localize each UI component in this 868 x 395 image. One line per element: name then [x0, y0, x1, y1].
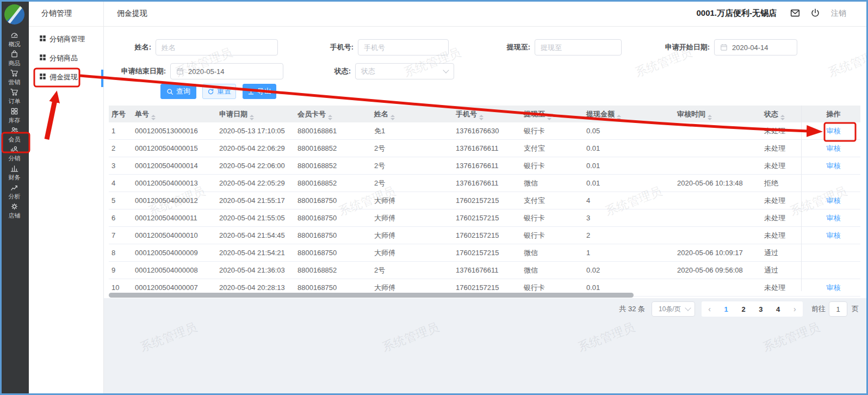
status-label: 状态:: [313, 66, 351, 76]
audit-link[interactable]: 审核: [827, 283, 841, 292]
cell-amount: 3: [586, 209, 590, 226]
cell-action: 审核: [807, 227, 860, 244]
sort-caret-icon[interactable]: [479, 115, 483, 120]
cell-date: 2020-05-04 22:06:29: [219, 140, 285, 157]
column-header-3[interactable]: 申请日期: [219, 106, 254, 122]
sort-caret-icon[interactable]: [780, 115, 785, 120]
page-size-select[interactable]: 10条/页: [652, 301, 695, 317]
cell-no: 2: [111, 140, 115, 157]
sidebar-item-overview[interactable]: 概况: [0, 30, 29, 49]
audit-link[interactable]: 审核: [827, 127, 841, 135]
reset-button[interactable]: 重置: [202, 84, 236, 99]
audit-link[interactable]: 审核: [827, 162, 841, 170]
logout-button[interactable]: 注销: [831, 0, 846, 26]
sidebar-item-distribution[interactable]: 分销: [0, 145, 29, 163]
audit-link[interactable]: 审核: [827, 231, 841, 239]
submenu-item-3[interactable]: 佣金提现: [39, 70, 78, 85]
goto-page-input[interactable]: 1: [829, 301, 847, 317]
finance-icon: [10, 164, 18, 172]
sort-caret-icon[interactable]: [328, 115, 332, 120]
page-number-2[interactable]: 2: [739, 305, 747, 313]
sort-caret-icon[interactable]: [250, 115, 254, 120]
cell-no: 8: [111, 244, 115, 261]
cell-no: 6: [111, 209, 115, 226]
cell-card: 8800168852: [297, 157, 337, 174]
cell-audit_time: 2020-05-06 10:09:17: [677, 244, 743, 261]
next-page-button[interactable]: ›: [791, 305, 798, 313]
submenu-item-2[interactable]: 分销商品: [39, 51, 78, 66]
cell-date: 2020-05-04 22:06:00: [219, 157, 285, 174]
sidebar-item-orders[interactable]: 订单: [0, 88, 29, 106]
page-number-4[interactable]: 4: [774, 305, 782, 313]
sort-caret-icon[interactable]: [151, 115, 156, 120]
end-date-input[interactable]: 2020-05-14: [170, 63, 283, 79]
cell-no: 9: [111, 262, 115, 279]
withdrawals-table: 序号单号申请日期会员卡号姓名手机号提现至提现金额审核时间状态操作10001200…: [109, 106, 860, 297]
sort-caret-icon[interactable]: [708, 115, 712, 120]
cell-card: 8800168852: [297, 262, 337, 279]
table-row: 400012005040000132020-05-04 22:05:298800…: [109, 175, 860, 192]
column-header-7[interactable]: 提现至: [524, 106, 551, 122]
cell-to: 微信: [524, 244, 538, 261]
submenu-item-1[interactable]: 分销商管理: [39, 32, 85, 47]
cell-status: 未处理: [764, 157, 785, 174]
power-icon[interactable]: [810, 8, 820, 18]
sidebar-item-label: 会员: [9, 135, 21, 144]
cell-status: 未处理: [764, 122, 785, 139]
export-button[interactable]: 导出: [243, 84, 276, 99]
column-header-6[interactable]: 手机号: [456, 106, 483, 122]
start-date-value: 2020-04-14: [732, 44, 768, 52]
phone-input[interactable]: [358, 39, 449, 55]
page-number-1[interactable]: 1: [722, 305, 730, 313]
mail-icon[interactable]: [790, 8, 800, 18]
column-header-9[interactable]: 审核时间: [677, 106, 712, 122]
withdraw-to-input[interactable]: [535, 39, 622, 55]
column-header-10[interactable]: 状态: [764, 106, 785, 122]
cell-action: 审核: [807, 279, 860, 296]
sort-caret-icon[interactable]: [547, 115, 551, 120]
sidebar-item-label: 分销: [9, 155, 21, 163]
cell-card: 8800168861: [297, 122, 337, 139]
start-date-input[interactable]: 2020-04-14: [714, 39, 797, 55]
cell-no: 3: [111, 157, 115, 174]
column-header-2[interactable]: 单号: [135, 106, 156, 122]
app-logo-icon[interactable]: [4, 4, 24, 24]
column-header-8[interactable]: 提现金额: [586, 106, 621, 122]
filter-status: 状态: 状态: [313, 63, 454, 79]
column-header-5[interactable]: 姓名: [374, 106, 395, 122]
cell-action: [807, 244, 860, 261]
chevron-down-icon: [685, 305, 691, 311]
column-header-11: 操作: [807, 106, 860, 122]
cell-to: 微信: [524, 262, 538, 279]
cell-order: 0001200504000012: [135, 192, 198, 209]
audit-link[interactable]: 审核: [827, 144, 841, 152]
audit-link[interactable]: 审核: [827, 214, 841, 222]
sidebar-item-label: 商品: [9, 59, 21, 67]
page-number-3[interactable]: 3: [757, 305, 765, 313]
sidebar-item-members[interactable]: 会员: [0, 126, 29, 144]
name-input[interactable]: [156, 39, 278, 55]
query-label: 查询: [176, 87, 190, 96]
cell-to: 银行卡: [524, 209, 545, 226]
sidebar-item-inventory[interactable]: 库存: [0, 107, 29, 125]
status-select[interactable]: 状态: [355, 63, 454, 79]
sidebar-item-goods[interactable]: 商品: [0, 50, 29, 68]
sort-caret-icon[interactable]: [390, 115, 395, 120]
sidebar-item-analysis[interactable]: 分析: [0, 183, 29, 201]
sort-caret-icon[interactable]: [617, 115, 621, 120]
sidebar-item-finance[interactable]: 财务: [0, 164, 29, 182]
audit-link[interactable]: 审核: [827, 196, 841, 205]
cell-to: 银行卡: [524, 157, 545, 174]
cell-status: 拒绝: [764, 175, 778, 192]
query-button[interactable]: 查询: [160, 84, 196, 99]
cell-card: 8800168852: [297, 175, 337, 192]
column-header-4[interactable]: 会员卡号: [297, 106, 332, 122]
sidebar-item-marketing[interactable]: 营销: [0, 69, 29, 87]
watermark: 系统管理员: [760, 319, 822, 355]
sidebar-item-shop[interactable]: 店铺: [0, 202, 29, 220]
submenu-item-label: 分销商品: [49, 53, 78, 63]
prev-page-button[interactable]: ‹: [706, 305, 713, 313]
cell-card: 8800168750: [297, 192, 337, 209]
horizontal-scrollbar[interactable]: [109, 293, 634, 298]
page-title: 佣金提现: [117, 0, 147, 26]
